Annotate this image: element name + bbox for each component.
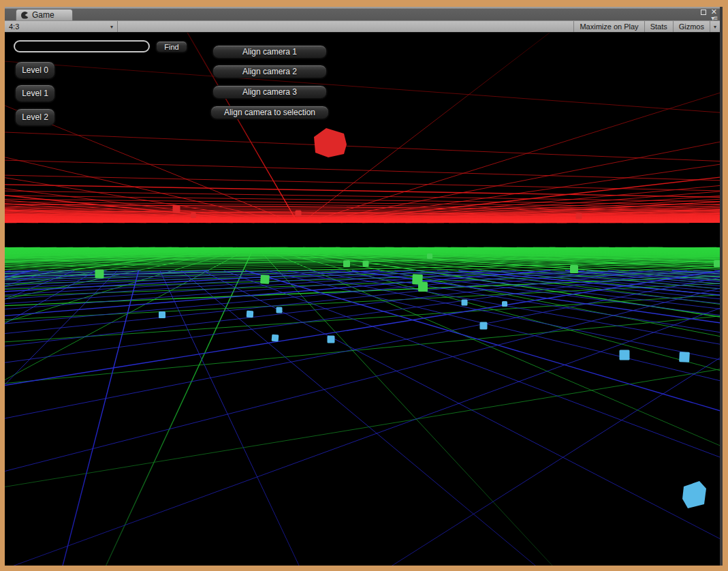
gizmos-dropdown-arrow[interactable]: ▾ [710, 21, 720, 32]
cyan-cube[interactable] [620, 350, 630, 360]
cyan-cube[interactable] [247, 311, 254, 318]
game-window: Game ✕ ▾≡ 4:3 ▾ Maximize on Play Stats G… [5, 7, 723, 566]
restore-icon[interactable] [701, 10, 706, 15]
green-cube[interactable] [343, 260, 350, 267]
green-cube[interactable] [570, 265, 578, 273]
find-button[interactable]: Find [156, 41, 187, 52]
tab-game-label: Game [32, 10, 54, 20]
red-cube[interactable] [296, 211, 302, 217]
level-0-button[interactable]: Level 0 [15, 61, 55, 79]
game-view-icon [21, 12, 29, 19]
level-2-button[interactable]: Level 2 [15, 108, 55, 126]
tab-game[interactable]: Game [16, 9, 73, 20]
red-cube[interactable] [576, 213, 582, 219]
red-cube[interactable] [314, 128, 347, 157]
search-input[interactable] [14, 40, 150, 52]
grid-green-floor [5, 248, 720, 566]
cyan-cube[interactable] [159, 311, 165, 318]
align-camera-2-button[interactable]: Align camera 2 [212, 65, 327, 78]
cyan-cube[interactable] [480, 322, 488, 330]
chevron-down-icon: ▾ [110, 24, 113, 30]
cyan-cube[interactable] [462, 300, 468, 306]
gizmos-button[interactable]: Gizmos [673, 21, 710, 32]
game-view-toolbar: 4:3 ▾ Maximize on Play Stats Gizmos ▾ [5, 20, 720, 33]
green-cube[interactable] [714, 260, 720, 267]
align-camera-3-button[interactable]: Align camera 3 [212, 85, 327, 99]
align-camera-1-button[interactable]: Align camera 1 [212, 45, 327, 59]
grid-red-ceiling [5, 33, 720, 223]
green-cube[interactable] [260, 275, 270, 284]
maximize-on-play-button[interactable]: Maximize on Play [573, 21, 644, 32]
aspect-ratio-value: 4:3 [9, 22, 19, 31]
window-edge [720, 7, 723, 566]
game-viewport[interactable]: Find Level 0 Level 1 Level 2 Align camer… [5, 33, 720, 566]
red-cube[interactable] [191, 213, 196, 218]
cyan-cube[interactable] [682, 481, 706, 508]
cyan-cube[interactable] [276, 307, 283, 313]
cyan-cube[interactable] [328, 336, 335, 343]
aspect-ratio-dropdown[interactable]: 4:3 ▾ [5, 21, 118, 32]
cyan-cube[interactable] [679, 352, 690, 362]
cyan-cube[interactable] [502, 301, 507, 307]
align-camera-to-selection-button[interactable]: Align camera to selection [210, 106, 329, 119]
green-cube[interactable] [427, 253, 432, 259]
green-cube[interactable] [363, 261, 369, 267]
scene-svg [5, 33, 720, 566]
tab-strip: Game ✕ ▾≡ [5, 7, 720, 20]
green-cube[interactable] [418, 282, 428, 292]
grid-blue-floor [5, 271, 720, 566]
level-1-button[interactable]: Level 1 [15, 84, 55, 102]
green-cube[interactable] [95, 270, 104, 279]
stats-button[interactable]: Stats [644, 21, 673, 32]
red-cube[interactable] [173, 206, 180, 213]
cyan-cube[interactable] [272, 335, 279, 342]
